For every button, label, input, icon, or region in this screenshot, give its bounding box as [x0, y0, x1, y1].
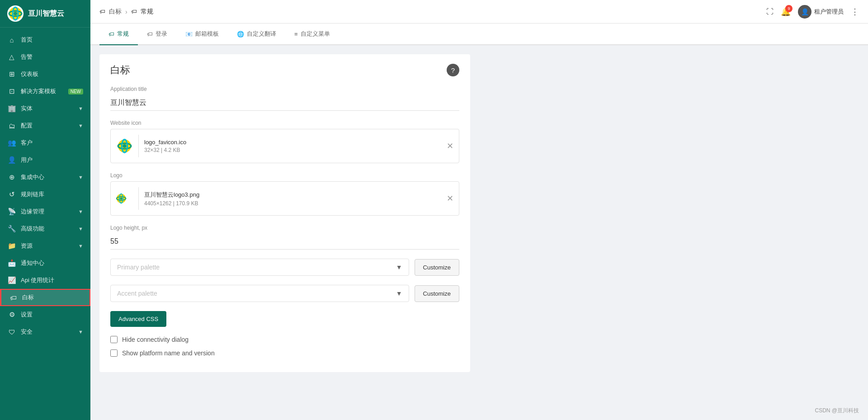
website-icon-label: Website icon	[110, 120, 459, 126]
sidebar-item-advanced[interactable]: 🔧 高级功能 ▼	[0, 220, 90, 237]
sidebar-logo[interactable]: 亘川智慧云	[0, 0, 90, 28]
advanced-css-button[interactable]: Advanced CSS	[110, 311, 166, 327]
solution-icon: ⊡	[7, 87, 16, 95]
new-badge: NEW	[68, 89, 83, 94]
app-logo-icon	[7, 5, 24, 22]
sidebar-item-user[interactable]: 👤 用户	[0, 151, 90, 169]
sidebar-item-settings[interactable]: ⚙ 设置	[0, 306, 90, 323]
logo-meta: 4405×1262 | 170.9 KB	[144, 200, 441, 207]
page-title: 白标	[110, 63, 130, 77]
resource-icon: 📁	[7, 242, 16, 250]
logo-remove-button[interactable]: ✕	[447, 193, 453, 203]
tab-email-icon: 📧	[185, 31, 193, 38]
help-button[interactable]: ?	[447, 64, 459, 76]
breadcrumb-icon: 🏷	[99, 8, 105, 15]
api-icon: 📈	[7, 276, 16, 284]
sidebar-item-home[interactable]: ⌂ 首页	[0, 31, 90, 48]
sidebar-item-label: 实体	[21, 104, 33, 113]
settings-icon: ⚙	[7, 311, 16, 319]
integration-icon: ⊕	[7, 173, 16, 181]
notification-button[interactable]: 🔔 9	[781, 7, 791, 17]
logo-height-group: Logo height, px	[110, 225, 459, 250]
tab-translation-label: 自定义翻译	[247, 30, 276, 38]
sidebar-item-solution[interactable]: ⊡ 解决方案模板 NEW	[0, 83, 90, 100]
primary-palette-select[interactable]: Primary palette ▼	[110, 259, 409, 276]
sidebar-item-dashboard[interactable]: ⊞ 仪表板	[0, 66, 90, 83]
chevron-down-icon: ▼	[78, 226, 83, 231]
main-panel: 🏷 常规 🏷 登录 📧 邮箱模板 🌐 自定义翻译 ≡ 自定义菜单	[90, 24, 868, 420]
accent-palette-select[interactable]: Accent palette ▼	[110, 285, 409, 302]
tab-menu[interactable]: ≡ 自定义菜单	[285, 24, 339, 45]
sidebar-item-config[interactable]: 🗂 配置 ▼	[0, 117, 90, 134]
hide-connectivity-checkbox[interactable]	[110, 336, 118, 343]
hide-connectivity-label: Hide connectivity dialog	[122, 336, 189, 343]
sidebar-item-label: 设置	[21, 311, 33, 319]
user-menu[interactable]: 👤 租户管理员	[798, 5, 844, 19]
sidebar-item-notify[interactable]: 📩 通知中心	[0, 255, 90, 272]
logo-name: 亘川智慧云logo3.png	[144, 191, 441, 199]
sidebar-item-whitelabel[interactable]: 🏷 白标	[0, 289, 90, 306]
user-name: 租户管理员	[814, 8, 844, 16]
favicon-preview	[116, 135, 139, 157]
tab-login[interactable]: 🏷 登录	[138, 24, 176, 45]
favicon-info: logo_favicon.ico 32×32 | 4.2 KB	[144, 139, 441, 153]
primary-customize-button[interactable]: Customize	[415, 259, 459, 276]
sidebar-item-resource[interactable]: 📁 资源 ▼	[0, 237, 90, 255]
tab-email[interactable]: 📧 邮箱模板	[176, 24, 228, 45]
sidebar-item-label: 配置	[21, 122, 33, 130]
svg-point-9	[123, 144, 126, 148]
breadcrumb: 🏷 白标 › 🏷 常规	[99, 8, 153, 16]
avatar-icon: 👤	[801, 8, 809, 15]
tab-translation[interactable]: 🌐 自定义翻译	[228, 24, 285, 45]
accent-customize-button[interactable]: Customize	[415, 285, 459, 302]
sidebar-item-label: 边缘管理	[21, 208, 44, 216]
favicon-meta: 32×32 | 4.2 KB	[144, 147, 441, 153]
sidebar-item-label: 解决方案模板	[21, 87, 56, 95]
customer-icon: 👥	[7, 139, 16, 147]
tab-login-label: 登录	[156, 30, 167, 38]
sidebar-item-label: 安全	[21, 328, 33, 336]
favicon-image	[116, 137, 133, 155]
sidebar-item-security[interactable]: 🛡 安全 ▼	[0, 323, 90, 340]
sidebar-item-rules[interactable]: ↺ 规则链库	[0, 186, 90, 203]
favicon-remove-button[interactable]: ✕	[447, 141, 453, 151]
tab-menu-label: 自定义菜单	[301, 30, 330, 38]
favicon-file-box: logo_favicon.ico 32×32 | 4.2 KB ✕	[110, 129, 459, 163]
sidebar-item-label: 通知中心	[21, 259, 44, 267]
tab-login-icon: 🏷	[147, 31, 153, 38]
sidebar-item-integration[interactable]: ⊕ 集成中心 ▼	[0, 169, 90, 186]
application-title-input[interactable]	[110, 95, 459, 111]
show-platform-checkbox[interactable]	[110, 349, 118, 357]
breadcrumb-current: 常规	[141, 8, 153, 16]
sidebar-item-api[interactable]: 📈 Api 使用统计	[0, 272, 90, 289]
sidebar-item-alert[interactable]: △ 告警	[0, 48, 90, 66]
page-header: 白标 ?	[110, 63, 459, 77]
tab-general[interactable]: 🏷 常规	[99, 24, 138, 45]
sidebar-item-entity[interactable]: 🏢 实体 ▼	[0, 100, 90, 117]
tab-general-label: 常规	[117, 30, 129, 38]
fullscreen-button[interactable]: ⛶	[766, 8, 774, 16]
config-icon: 🗂	[7, 122, 16, 130]
breadcrumb-parent: 白标	[109, 8, 122, 16]
logo-height-input[interactable]	[110, 234, 459, 250]
sidebar-item-label: 规则链库	[21, 190, 44, 198]
sidebar-item-label: Api 使用统计	[21, 276, 54, 284]
content-area: 🏷 常规 🏷 登录 📧 邮箱模板 🌐 自定义翻译 ≡ 自定义菜单	[90, 24, 868, 420]
website-icon-group: Website icon	[110, 120, 459, 163]
watermark: CSDN @亘川科技	[815, 407, 859, 415]
rules-icon: ↺	[7, 190, 16, 198]
more-menu-button[interactable]: ⋮	[851, 7, 859, 17]
primary-palette-row: Primary palette ▼ Customize	[110, 259, 459, 276]
application-title-label: Application title	[110, 86, 459, 92]
sidebar-item-edge[interactable]: 📡 边缘管理 ▼	[0, 203, 90, 220]
sidebar-item-customer[interactable]: 👥 客户	[0, 134, 90, 151]
sidebar-item-label: 首页	[21, 36, 33, 44]
show-platform-row: Show platform name and version	[110, 349, 459, 357]
svg-point-4	[14, 12, 17, 15]
sidebar-item-label: 资源	[21, 242, 33, 250]
notify-icon: 📩	[7, 259, 16, 267]
tab-bar: 🏷 常规 🏷 登录 📧 邮箱模板 🌐 自定义翻译 ≡ 自定义菜单	[90, 24, 868, 45]
sidebar-item-label: 仪表板	[21, 70, 38, 78]
sidebar-item-label: 客户	[21, 139, 33, 147]
sidebar-item-label: 白标	[22, 293, 34, 302]
